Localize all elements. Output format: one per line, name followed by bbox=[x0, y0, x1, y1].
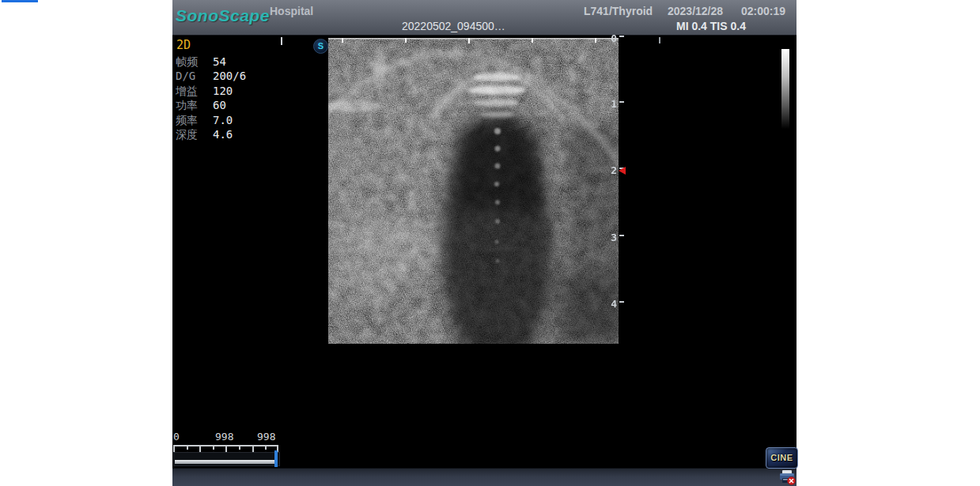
depth-label: 2 bbox=[604, 164, 617, 176]
param-value: 120 bbox=[213, 84, 233, 98]
param-label: 频率 bbox=[176, 113, 213, 127]
brand-logo: SonoScape bbox=[176, 6, 270, 25]
depth-tick bbox=[619, 235, 624, 236]
param-value: 60 bbox=[213, 98, 226, 112]
printer-error-badge bbox=[788, 477, 796, 485]
cine-current-frame: 998 bbox=[215, 431, 233, 443]
ultrasound-image bbox=[328, 38, 619, 344]
cine-scrubber: 0 998 998 bbox=[172, 431, 283, 469]
ultrasound-app: SonoScape Hospital L741/Thyroid 2023/12/… bbox=[0, 0, 980, 486]
depth-label: 4 bbox=[604, 298, 617, 310]
grayscale-bar bbox=[781, 49, 789, 129]
probe-orientation-marker-icon: S bbox=[313, 39, 328, 54]
param-value: 7.0 bbox=[213, 113, 233, 127]
param-label: 增益 bbox=[176, 84, 213, 98]
top-left-accent-bar bbox=[2, 0, 38, 2]
param-value: 200/6 bbox=[213, 69, 246, 83]
cine-total-frames: 998 bbox=[257, 431, 275, 443]
acoustic-output: MI 0.4 TIS 0.4 bbox=[676, 20, 746, 32]
cine-progress-fill bbox=[175, 460, 274, 464]
scale-tick-right bbox=[659, 37, 660, 43]
ultrasound-screen: SonoScape Hospital L741/Thyroid 2023/12/… bbox=[172, 0, 796, 486]
param-value: 54 bbox=[213, 55, 226, 69]
probe-preset: L741/Thyroid bbox=[584, 5, 653, 17]
date-display: 2023/12/28 bbox=[668, 5, 723, 17]
param-row-frequency: 频率 7.0 bbox=[176, 113, 271, 127]
scale-tick-left bbox=[281, 37, 282, 45]
cine-progress-track[interactable] bbox=[173, 452, 280, 466]
time-display: 02:00:19 bbox=[741, 5, 785, 17]
param-label: D/G bbox=[176, 69, 213, 83]
ultrasound-speckle-render bbox=[328, 38, 619, 344]
param-row-frame-rate: 帧频 54 bbox=[176, 55, 271, 69]
param-label: 功率 bbox=[176, 98, 213, 112]
header-bar: SonoScape Hospital L741/Thyroid 2023/12/… bbox=[172, 0, 796, 36]
param-label: 帧频 bbox=[176, 55, 213, 69]
cine-button[interactable]: CINE bbox=[766, 447, 798, 469]
depth-label: 3 bbox=[604, 232, 617, 243]
cine-first-frame: 0 bbox=[173, 431, 180, 443]
depth-tick bbox=[619, 101, 624, 103]
parameter-panel: 2D 帧频 54 D/G 200/6 增益 120 功率 60 频率 7.0 bbox=[176, 38, 271, 141]
param-row-dg: D/G 200/6 bbox=[176, 69, 271, 83]
hospital-name: Hospital bbox=[270, 5, 313, 17]
bottom-status-bar bbox=[172, 468, 796, 486]
mode-label: 2D bbox=[176, 38, 271, 52]
param-row-power: 功率 60 bbox=[176, 98, 271, 112]
depth-tick bbox=[619, 301, 624, 303]
depth-tick bbox=[619, 36, 624, 37]
cine-position-cursor[interactable] bbox=[274, 450, 278, 467]
param-value: 4.6 bbox=[213, 127, 233, 141]
param-row-gain: 增益 120 bbox=[176, 84, 271, 98]
param-row-depth: 深度 4.6 bbox=[176, 127, 271, 141]
depth-label: 1 bbox=[604, 98, 617, 110]
exam-id: 20220502_094500… bbox=[402, 20, 505, 32]
printer-icon[interactable] bbox=[778, 469, 796, 485]
focus-marker-icon bbox=[619, 167, 626, 175]
param-label: 深度 bbox=[176, 127, 213, 141]
depth-label: 0 bbox=[604, 32, 617, 44]
